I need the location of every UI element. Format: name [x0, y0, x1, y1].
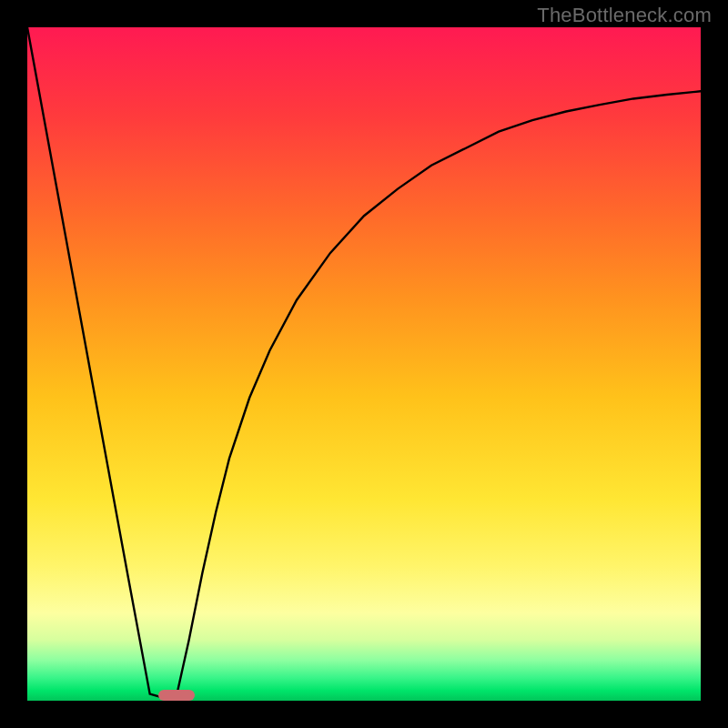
chart-frame: TheBottleneck.com	[0, 0, 728, 728]
watermark-text: TheBottleneck.com	[537, 4, 712, 27]
curve-line	[27, 27, 701, 701]
plot-area	[27, 27, 701, 701]
curve-svg	[27, 27, 701, 701]
min-marker	[158, 690, 194, 701]
